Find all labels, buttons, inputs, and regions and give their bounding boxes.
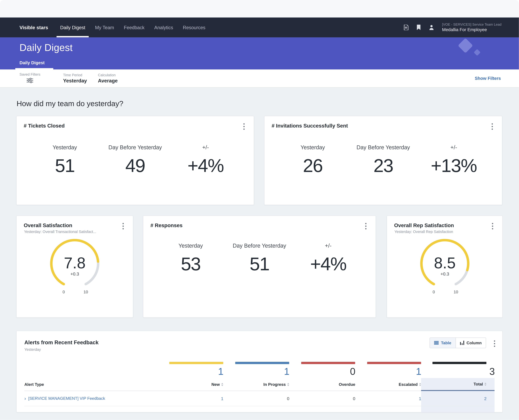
primary-nav: Daily Digest My Team Feedback Analytics … bbox=[55, 17, 210, 37]
summary-count-in-progress[interactable]: 1 bbox=[223, 364, 289, 378]
table-row-alert-name: [SERVICE MANAGEMENT] VIP Feedback bbox=[24, 391, 157, 406]
nav-tab-my-team[interactable]: My Team bbox=[90, 17, 119, 37]
bookmark-icon[interactable] bbox=[416, 25, 421, 30]
show-filters-link[interactable]: Show Filters bbox=[475, 76, 501, 81]
kpi-label: Yesterday bbox=[278, 144, 348, 151]
calculation-label: Calculation bbox=[98, 73, 118, 77]
col-header-new[interactable]: New bbox=[157, 378, 223, 391]
satisfaction-gauge: 7.8 +0.3 0 10 bbox=[16, 236, 133, 295]
alert-row-link[interactable]: [SERVICE MANAGEMENT] Inquiry Not Resolve… bbox=[24, 411, 117, 412]
sort-icon bbox=[419, 383, 421, 386]
cell-in-progress[interactable]: 1 bbox=[223, 406, 289, 412]
user-app-label: Medallia For Employee bbox=[442, 27, 502, 33]
cell-in-progress: 0 bbox=[223, 391, 289, 406]
nav-tab-resources[interactable]: Resources bbox=[178, 17, 210, 37]
col-header-escalated[interactable]: Escalated bbox=[355, 378, 421, 391]
kpi-value: +13% bbox=[418, 155, 489, 176]
cell-escalated[interactable]: 1 bbox=[355, 391, 421, 406]
nav-tab-feedback[interactable]: Feedback bbox=[119, 17, 149, 37]
calculation-filter[interactable]: Calculation Average bbox=[98, 73, 118, 84]
kpi-value: 53 bbox=[156, 253, 225, 275]
alerts-title: Alerts from Recent Feedback bbox=[24, 331, 495, 345]
col-label: Total bbox=[473, 382, 483, 386]
table-row-alert-name: [SERVICE MANAGEMENT] Inquiry Not Resolve… bbox=[24, 406, 157, 412]
tickets-closed-card: # Tickets Closed Yesterday 51 Day Before… bbox=[16, 116, 254, 205]
gauge-max-label: 10 bbox=[453, 290, 458, 294]
nav-right: [VOE - SERVICES] Service Team Lead Medal… bbox=[403, 17, 502, 37]
time-period-filter[interactable]: Time Period Yesterday bbox=[63, 73, 87, 84]
alert-row-link[interactable]: [SERVICE MANAGEMENT] VIP Feedback bbox=[24, 396, 105, 401]
kpi-body: Yesterday 53 Day Before Yesterday 51 +/-… bbox=[143, 243, 376, 275]
view-toggle: Table Column bbox=[430, 338, 486, 348]
kpi-value: 51 bbox=[225, 253, 294, 275]
col-label: Escalated bbox=[399, 382, 418, 387]
time-period-value: Yesterday bbox=[63, 78, 87, 84]
table-view-button[interactable]: Table bbox=[430, 338, 456, 348]
sort-icon bbox=[287, 383, 289, 386]
nav-tab-analytics[interactable]: Analytics bbox=[149, 17, 178, 37]
user-info[interactable]: [VOE - SERVICES] Service Team Lead Medal… bbox=[442, 22, 502, 33]
kpi-label: Day Before Yesterday bbox=[100, 144, 170, 151]
gauge-min-label: 0 bbox=[433, 290, 435, 294]
kpi-label: Yesterday bbox=[30, 144, 100, 151]
overall-satisfaction-card: Overall Satisfaction Yesterday: Overall … bbox=[16, 216, 133, 318]
col-header-overdue[interactable]: Overdue bbox=[289, 378, 355, 391]
alerts-subtitle: Yesterday bbox=[24, 347, 495, 352]
col-header-in-progress[interactable]: In Progress bbox=[223, 378, 289, 391]
section-title: How did my team do yesterday? bbox=[16, 88, 503, 116]
alerts-table: 1 1 0 1 3 Alert Type New In Progress Ove… bbox=[24, 362, 495, 412]
cell-escalated: 0 bbox=[355, 406, 421, 412]
kpi-label: Yesterday bbox=[156, 243, 225, 249]
export-report-icon[interactable] bbox=[403, 25, 408, 30]
cell-overdue: 0 bbox=[289, 406, 355, 412]
column-chart-icon bbox=[460, 341, 464, 345]
kpi-label: Day Before Yesterday bbox=[348, 144, 418, 151]
col-header-total[interactable]: Total bbox=[421, 378, 495, 391]
kpi-value: 26 bbox=[278, 155, 348, 176]
card-title: # Invitations Successfully Sent bbox=[264, 116, 502, 129]
cell-new[interactable]: 1 bbox=[157, 391, 223, 406]
kpi-label: +/- bbox=[418, 144, 489, 151]
time-period-label: Time Period bbox=[63, 73, 87, 77]
nav-tab-daily-digest[interactable]: Daily Digest bbox=[55, 17, 90, 37]
gauge-value: 8.5 bbox=[434, 254, 455, 272]
sliders-icon bbox=[26, 78, 33, 84]
column-view-button[interactable]: Column bbox=[456, 338, 486, 348]
col-label: In Progress bbox=[263, 382, 286, 387]
cell-total[interactable]: 1 bbox=[421, 406, 495, 412]
summary-bar-escalated bbox=[355, 362, 421, 364]
kpi-label: +/- bbox=[170, 144, 241, 151]
summary-count-escalated[interactable]: 1 bbox=[355, 364, 421, 378]
kpi-row: # Tickets Closed Yesterday 51 Day Before… bbox=[16, 116, 503, 205]
gauge-delta: +0.3 bbox=[70, 271, 79, 277]
kpi-label: Day Before Yesterday bbox=[225, 243, 294, 249]
col-header-alert-type[interactable]: Alert Type bbox=[24, 378, 157, 391]
card-title: Overall Satisfaction bbox=[16, 216, 133, 228]
saved-filters-button[interactable]: Saved Filters bbox=[19, 72, 40, 84]
kebab-menu-icon[interactable] bbox=[243, 123, 245, 130]
summary-bar-new bbox=[157, 362, 223, 364]
rep-satisfaction-gauge: 8.5 +0.3 0 10 bbox=[387, 236, 502, 295]
kebab-menu-icon[interactable] bbox=[491, 123, 494, 130]
invitations-sent-card: # Invitations Successfully Sent Yesterda… bbox=[264, 116, 502, 205]
kpi-body: Yesterday 26 Day Before Yesterday 23 +/-… bbox=[264, 144, 502, 176]
tab-daily-digest[interactable]: Daily Digest bbox=[15, 60, 53, 69]
column-view-label: Column bbox=[467, 341, 482, 345]
kpi-value: 49 bbox=[100, 155, 170, 176]
kebab-menu-icon[interactable] bbox=[122, 222, 124, 230]
card-title: Overall Rep Satisfaction bbox=[387, 216, 502, 228]
cell-total[interactable]: 2 bbox=[421, 391, 495, 406]
summary-count-new[interactable]: 1 bbox=[157, 364, 223, 378]
kebab-menu-icon[interactable] bbox=[364, 222, 367, 230]
card-subtitle: Yesterday: Overall Transactional Satisfa… bbox=[16, 228, 133, 234]
kebab-menu-icon[interactable] bbox=[491, 222, 494, 230]
gauge-min-label: 0 bbox=[62, 290, 65, 294]
kebab-menu-icon[interactable] bbox=[493, 340, 496, 347]
user-icon[interactable] bbox=[429, 25, 434, 30]
alerts-card: Alerts from Recent Feedback Yesterday Ta… bbox=[16, 331, 503, 412]
summary-bar-in-progress bbox=[223, 362, 289, 364]
user-role-label: [VOE - SERVICES] Service Team Lead bbox=[442, 22, 502, 27]
gauge-row: Overall Satisfaction Yesterday: Overall … bbox=[16, 216, 503, 318]
gauge-delta: +0.3 bbox=[440, 271, 449, 277]
kpi-value: 23 bbox=[348, 155, 418, 176]
